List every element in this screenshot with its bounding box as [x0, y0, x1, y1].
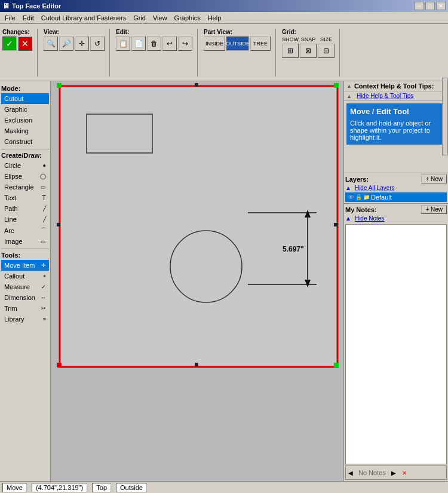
mode-graphic[interactable]: Graphic	[1, 104, 49, 115]
layers-header: Layers: + New	[345, 174, 447, 183]
tool-library[interactable]: Library≡	[1, 314, 49, 324]
draw-image[interactable]: Image▭	[1, 236, 49, 247]
undo-button[interactable]: ↩	[162, 36, 177, 51]
layer-lock-icon[interactable]: 🔓	[355, 194, 362, 200]
layer-default[interactable]: 👁 🔓 📁 Default	[345, 192, 447, 202]
menu-help[interactable]: Help	[204, 13, 225, 23]
redo-button[interactable]: ↪	[178, 36, 192, 51]
right-panel: ▲ Context Help & Tool Tips: ▲ Hide Help …	[343, 81, 448, 481]
svg-rect-11	[334, 83, 339, 88]
menu-grid[interactable]: Grid	[130, 13, 149, 23]
notes-next-button[interactable]: ▶	[389, 469, 398, 477]
mode-cutout[interactable]: Cutout	[1, 93, 49, 104]
content-area: Mode: Cutout Graphic Exclusion Masking C…	[0, 81, 448, 481]
edit-group: Edit: 📋 📄 🗑 ↩ ↪	[116, 29, 198, 76]
hide-help-triangle-icon: ▲	[346, 93, 352, 99]
part-view-group: Part View: INSIDE OUTSIDE TREE	[204, 29, 276, 76]
grid-snap-button[interactable]: ⊠	[300, 44, 317, 58]
minimize-button[interactable]: ─	[415, 2, 424, 10]
hide-help-link[interactable]: Hide Help & Tool Tips	[357, 93, 413, 99]
status-bar: Move (4.704",21.319") Top Outside	[0, 481, 448, 493]
new-note-button[interactable]: + New	[421, 205, 447, 214]
changes-group: Changes: ✓ ✕	[2, 29, 38, 76]
grid-label: Grid:	[282, 29, 296, 35]
part-view-buttons: INSIDE OUTSIDE TREE	[204, 36, 271, 51]
svg-rect-17	[334, 223, 337, 226]
create-draw-title: Create/Draw:	[1, 152, 49, 159]
layer-name: Default	[371, 194, 392, 201]
refresh-button[interactable]: ↺	[90, 36, 105, 51]
outside-button[interactable]: OUTSIDE	[226, 36, 249, 51]
layers-panel: Layers: + New ▲ Hide All Layers 👁 🔓 📁 De…	[344, 173, 448, 204]
mode-title: Mode:	[1, 85, 49, 92]
accept-button[interactable]: ✓	[2, 36, 17, 51]
tree-button[interactable]: TREE	[250, 36, 271, 51]
close-button[interactable]: ✕	[436, 2, 446, 10]
canvas-area[interactable]: 5.697"	[51, 81, 343, 481]
help-triangle-icon: ▲	[346, 83, 352, 89]
mode-construct[interactable]: Construct	[1, 136, 49, 147]
grid-group: Grid: SHOW SNAP SIZE ⊞ ⊠ ⊟	[282, 29, 340, 76]
draw-arc[interactable]: Arc⌒	[1, 225, 49, 236]
tool-measure[interactable]: Measure✓	[1, 281, 49, 292]
grid-show-button[interactable]: ⊞	[282, 44, 299, 58]
draw-elipse[interactable]: Elipse◯	[1, 171, 49, 182]
menu-graphics[interactable]: Graphics	[171, 13, 204, 23]
tool-move[interactable]: Move Item✛	[1, 260, 49, 271]
svg-text:5.697": 5.697"	[283, 245, 304, 253]
context-help-title: Context Help & Tool Tips:	[354, 82, 434, 90]
changes-label: Changes:	[2, 29, 30, 35]
inside-button[interactable]: INSIDE	[204, 36, 225, 51]
mode-masking[interactable]: Masking	[1, 125, 49, 136]
status-coords: (4.704",21.319")	[32, 483, 87, 492]
reject-button[interactable]: ✕	[18, 36, 32, 51]
draw-path[interactable]: Path╱	[1, 203, 49, 214]
view-label: View:	[44, 29, 59, 35]
main-container: Changes: ✓ ✕ View: 🔍 🔎 ✛ ↺ Edit: 📋 📄 🗑	[0, 24, 448, 493]
paste-button[interactable]: 📄	[131, 36, 146, 51]
layer-folder-icon[interactable]: 📁	[363, 194, 370, 200]
mode-exclusion[interactable]: Exclusion	[1, 115, 49, 125]
view-group: View: 🔍 🔎 ✛ ↺	[44, 29, 110, 76]
maximize-button[interactable]: □	[425, 2, 435, 10]
zoom-out-button[interactable]: 🔎	[59, 36, 73, 51]
draw-circle[interactable]: Circle●	[1, 160, 49, 171]
hide-notes-row: ▲ Hide Notes	[345, 215, 447, 222]
draw-rectangle[interactable]: Rectangle▭	[1, 182, 49, 192]
view-buttons: 🔍 🔎 ✛ ↺	[44, 36, 105, 51]
grid-size-button[interactable]: ⊟	[318, 44, 335, 58]
svg-rect-14	[195, 83, 198, 87]
copy-button[interactable]: 📋	[116, 36, 130, 51]
grid-options: SHOW SNAP SIZE ⊞ ⊠ ⊟	[282, 36, 335, 59]
drawing-canvas[interactable]: 5.697"	[51, 81, 343, 481]
notes-title: My Notes:	[345, 206, 377, 213]
draw-line[interactable]: Line╱	[1, 214, 49, 225]
layer-eye-icon[interactable]: 👁	[348, 194, 354, 201]
tool-trim[interactable]: Trim✂	[1, 303, 49, 314]
window-title: Top Face Editor	[12, 2, 415, 10]
edit-label: Edit:	[116, 29, 129, 35]
notes-delete-button[interactable]: ✕	[400, 469, 409, 477]
draw-text[interactable]: TextT	[1, 192, 49, 203]
notes-header: My Notes: + New	[345, 205, 447, 214]
tool-dimension[interactable]: Dimension↔	[1, 292, 49, 303]
notes-content-area	[345, 224, 447, 464]
menu-file[interactable]: File	[1, 13, 19, 23]
delete-button[interactable]: 🗑	[147, 36, 161, 51]
hide-layers-link[interactable]: Hide All Layers	[355, 185, 395, 191]
left-panel: Mode: Cutout Graphic Exclusion Masking C…	[0, 81, 51, 481]
layers-triangle-icon: ▲	[345, 185, 351, 191]
hide-notes-link[interactable]: Hide Notes	[355, 215, 384, 222]
zoom-in-button[interactable]: 🔍	[44, 36, 58, 51]
svg-rect-12	[57, 363, 62, 368]
menu-cutout[interactable]: Cutout Library and Fasteners	[38, 13, 130, 23]
menu-edit[interactable]: Edit	[19, 13, 38, 23]
notes-prev-button[interactable]: ◀	[346, 469, 355, 477]
tool-callout[interactable]: Callout⌖	[1, 271, 49, 281]
new-layer-button[interactable]: + New	[421, 174, 447, 183]
changes-buttons: ✓ ✕	[2, 36, 32, 51]
menu-view[interactable]: View	[149, 13, 171, 23]
pan-button[interactable]: ✛	[75, 36, 89, 51]
divider-1	[1, 149, 49, 149]
svg-rect-10	[57, 83, 62, 88]
